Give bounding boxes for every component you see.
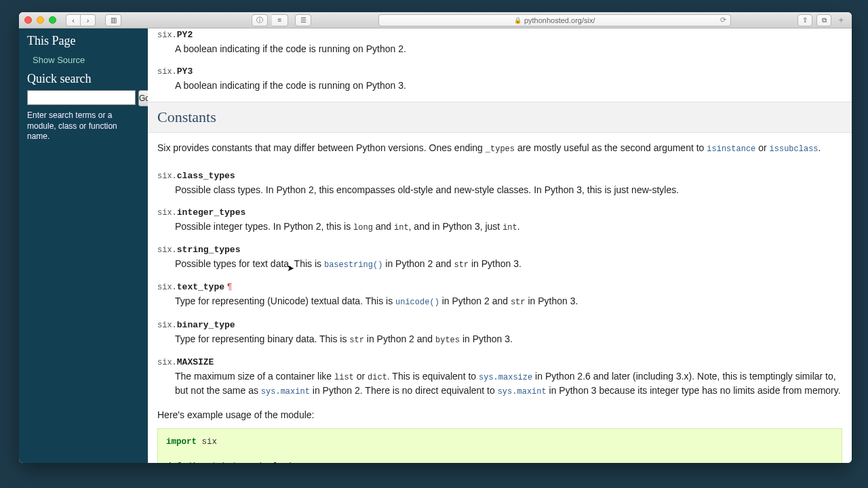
def-class-types: six.class_types Possible class types. In…: [157, 169, 842, 197]
def-binary-type: six.binary_type Type for representing bi…: [157, 319, 842, 346]
reader-mode-icon[interactable]: ≡: [272, 14, 288, 26]
def-string-types: six.string_types Possible types for text…: [157, 243, 842, 271]
tabs-icon[interactable]: ⧉: [816, 14, 831, 26]
sidebar-heading-quick-search: Quick search: [27, 72, 140, 86]
def-integer-types: six.integer_types Possible integer types…: [157, 206, 842, 234]
sidebar-heading-this-page: This Page: [27, 34, 140, 48]
titlebar: ‹ › ▥ ⓘ ≡ ☰ 🔒 pythonhosted.org/six/ ⟳ ⇪ …: [19, 12, 852, 28]
minimize-window-icon[interactable]: [37, 16, 44, 24]
close-window-icon[interactable]: [24, 16, 32, 24]
reader-lines-icon[interactable]: ☰: [295, 14, 311, 26]
code-example: import six def dispatch_types(value): if…: [157, 428, 842, 463]
zoom-window-icon[interactable]: [49, 16, 56, 24]
def-py3: six.PY3 A boolean indicating if the code…: [157, 65, 842, 92]
lock-icon: 🔒: [514, 17, 521, 24]
window-controls: [24, 16, 56, 24]
sidebar: This Page Show Source Quick search Go En…: [19, 28, 148, 463]
section-constants-heading: Constants: [148, 102, 852, 133]
nav-buttons: ‹ ›: [66, 14, 96, 26]
permalink-icon[interactable]: ¶: [227, 281, 232, 291]
search-input[interactable]: [27, 90, 136, 105]
url-text: pythonhosted.org/six/: [524, 16, 595, 24]
address-bar[interactable]: 🔒 pythonhosted.org/six/ ⟳: [378, 14, 731, 26]
browser-window: ‹ › ▥ ⓘ ≡ ☰ 🔒 pythonhosted.org/six/ ⟳ ⇪ …: [19, 12, 852, 463]
main-content: six.PY2 A boolean indicating if the code…: [148, 28, 852, 463]
share-icon[interactable]: ⇪: [797, 14, 812, 26]
def-maxsize: six.MAXSIZE The maximum size of a contai…: [157, 356, 842, 399]
def-py2: six.PY2 A boolean indicating if the code…: [157, 28, 842, 56]
reload-icon[interactable]: ⟳: [720, 16, 726, 24]
site-settings-icon[interactable]: ⓘ: [252, 14, 268, 26]
example-intro: Here's example usage of the module:: [157, 408, 842, 422]
new-tab-icon[interactable]: +: [835, 15, 846, 25]
sidebar-toggle-icon[interactable]: ▥: [105, 14, 121, 26]
forward-button[interactable]: ›: [81, 14, 96, 26]
constants-lead: Six provides constants that may differ b…: [157, 141, 842, 155]
back-button[interactable]: ‹: [66, 14, 81, 26]
show-source-link[interactable]: Show Source: [27, 52, 140, 72]
def-text-type: six.text_type¶ Type for representing (Un…: [157, 281, 842, 308]
search-hint: Enter search terms or a module, class or…: [27, 110, 140, 142]
